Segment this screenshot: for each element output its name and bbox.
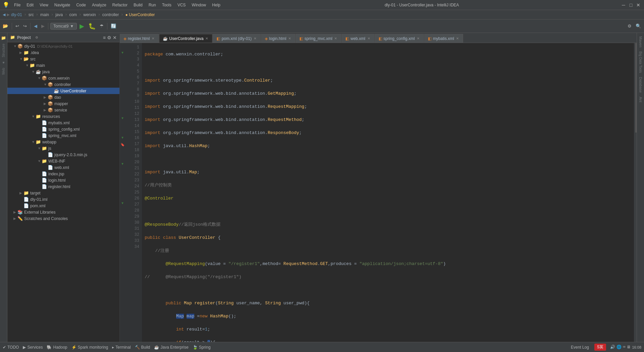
- menu-vcs[interactable]: VCS: [175, 2, 189, 8]
- tab-close-button[interactable]: ✕: [416, 37, 420, 40]
- tree-item-comwenxin[interactable]: ▼ 📦 com.wenxin: [7, 75, 119, 81]
- fold-marker-ref[interactable]: 🔖: [120, 143, 125, 149]
- tree-item-mapper[interactable]: ▶ 📦 mapper: [7, 100, 119, 107]
- tab-close-button[interactable]: ✕: [253, 37, 257, 40]
- services-status[interactable]: ▶ Services: [23, 345, 43, 350]
- menu-analyze[interactable]: Analyze: [89, 2, 109, 8]
- tab-pom[interactable]: ◧ pom.xml (dly-01) ✕: [213, 34, 260, 43]
- tree-item-registerhtml[interactable]: 📄 register.html: [7, 183, 119, 190]
- scrollbar-thumb[interactable]: [635, 43, 637, 133]
- tree-item-main[interactable]: ▼ 📁 main: [7, 62, 119, 69]
- tree-item-src[interactable]: ▼ 📂 src: [7, 56, 119, 62]
- debug-button[interactable]: 🐛: [87, 21, 97, 31]
- tab-spring-config[interactable]: ◧ spring_config.xml ✕: [375, 34, 424, 43]
- code-scrollbar[interactable]: [634, 43, 637, 342]
- tree-item-spring-config[interactable]: 📄 spring_config.xml: [7, 126, 119, 132]
- tree-item-resources[interactable]: ▼ 📁 resources: [7, 113, 119, 120]
- tab-close-button[interactable]: ✕: [367, 37, 371, 40]
- tomcat-dropdown[interactable]: Tomcat9 ▼: [50, 23, 77, 30]
- todo-status[interactable]: ✔ TODO: [3, 345, 19, 350]
- favorites-icon[interactable]: ★: [2, 59, 5, 66]
- menu-navigate[interactable]: Navigate: [52, 2, 73, 8]
- coverage-button[interactable]: ☂: [98, 22, 105, 30]
- collapse-all-button[interactable]: ≡: [103, 35, 106, 40]
- tree-item-webinf[interactable]: ▼ 📁 WEB-INF: [7, 158, 119, 164]
- tab-close-button[interactable]: ✕: [205, 37, 209, 40]
- menu-code[interactable]: Code: [73, 2, 89, 8]
- code-content[interactable]: package com.wenxin.controller; import or…: [142, 43, 634, 342]
- hadoop-status[interactable]: 🐘 Hadoop: [47, 345, 67, 350]
- search-everywhere-button[interactable]: 🔍: [634, 22, 643, 30]
- java-enterprise-status[interactable]: ☕ Java Enterprise: [154, 345, 188, 350]
- nav-forward-button[interactable]: ▶: [7, 12, 9, 17]
- maven-icon[interactable]: Maven: [639, 34, 643, 49]
- undo-button[interactable]: ↩: [14, 22, 20, 30]
- settings-button[interactable]: ⚙: [626, 22, 633, 30]
- event-log-status[interactable]: Event Log: [571, 345, 589, 350]
- tree-item-extlibs[interactable]: ▶ 📚 External Libraries: [7, 209, 119, 215]
- big-data-tools-icon[interactable]: Big Data Tools: [639, 49, 642, 75]
- database-icon[interactable]: Database: [639, 75, 643, 95]
- redo-button[interactable]: ↪: [22, 22, 28, 30]
- tree-item-iml[interactable]: 📄 dly-01.iml: [7, 196, 119, 203]
- project-icon[interactable]: 📁: [1, 34, 6, 42]
- tree-item-js[interactable]: ▼ 📁 js: [7, 145, 119, 151]
- tab-spring-mvc[interactable]: ◧ spring_mvc.xml ✕: [296, 34, 341, 43]
- tab-web[interactable]: ◧ web.xml ✕: [342, 34, 374, 43]
- ant-icon[interactable]: Ant: [639, 95, 643, 104]
- fold-marker[interactable]: ▼: [120, 202, 125, 208]
- menu-edit[interactable]: Edit: [24, 2, 36, 8]
- menu-tools[interactable]: Tools: [159, 2, 174, 8]
- fold-marker[interactable]: ▼: [120, 136, 125, 143]
- tree-item-dao[interactable]: ▶ 📦 dao: [7, 94, 119, 100]
- close-panel-button[interactable]: ✕: [113, 35, 117, 40]
- structure-icon[interactable]: Structure: [2, 42, 5, 59]
- settings-cog-button[interactable]: ⚙: [107, 35, 111, 40]
- tab-usercontroller[interactable]: ☕ UserController.java ✕: [159, 34, 212, 43]
- maximize-button[interactable]: □: [628, 2, 634, 8]
- tab-close-button[interactable]: ✕: [334, 37, 338, 40]
- forward-nav-button[interactable]: ▶: [40, 22, 46, 30]
- tree-item-controller[interactable]: ▼ 📦 controller: [7, 81, 119, 88]
- tab-close-button[interactable]: ✕: [288, 37, 292, 40]
- tree-item-scratches[interactable]: ▶ ✏️ Scratches and Consoles: [7, 215, 119, 222]
- tree-item-java[interactable]: ▼ ☕ java: [7, 69, 119, 75]
- tab-close-button[interactable]: ✕: [455, 37, 459, 40]
- tree-item-indexjsp[interactable]: 📄 index.jsp: [7, 171, 119, 177]
- tree-item-usercontroller[interactable]: ☕ UserController: [7, 88, 119, 94]
- tree-item-mybatisxml[interactable]: 📄 mybatis.xml: [7, 120, 119, 126]
- tree-item-loginhtml[interactable]: 📄 login.html: [7, 177, 119, 183]
- tab-register[interactable]: ◈ register.html ✕: [120, 34, 159, 43]
- spark-status[interactable]: ⚡ Spark monitoring: [71, 345, 108, 350]
- menu-run[interactable]: Run: [146, 2, 159, 8]
- minimize-button[interactable]: ─: [621, 2, 627, 8]
- tree-item-service[interactable]: ▶ 📦 service: [7, 107, 119, 113]
- tree-item-root[interactable]: ▼ 📦 dly-01 D:\IDEAproject\dly-01: [7, 43, 119, 49]
- update-button[interactable]: 🔄: [109, 22, 118, 30]
- back-nav-button[interactable]: ◀: [33, 22, 39, 30]
- tab-mybatis[interactable]: ◧ mybatis.xml ✕: [424, 34, 463, 43]
- nav-back-button[interactable]: ◀: [3, 12, 5, 17]
- tree-item-spring-mvc[interactable]: 📄 spring_mvc.xml: [7, 132, 119, 139]
- open-button[interactable]: 📂: [1, 22, 10, 30]
- tree-item-pomxml[interactable]: 📄 pom.xml: [7, 203, 119, 209]
- menu-build[interactable]: Build: [131, 2, 145, 8]
- tab-login[interactable]: ◈ login.html ✕: [261, 34, 295, 43]
- menu-help[interactable]: Help: [209, 2, 223, 8]
- menu-refactor[interactable]: Refactor: [110, 2, 130, 8]
- run-button[interactable]: ▶: [78, 21, 86, 31]
- close-button[interactable]: ✕: [635, 2, 641, 8]
- web-icon[interactable]: Web: [2, 67, 5, 76]
- tree-item-target[interactable]: ▶ 📁 target: [7, 190, 119, 196]
- tree-item-jquery[interactable]: 📄 jquery-2.0.3.min.js: [7, 151, 119, 158]
- terminal-status[interactable]: ▸ Terminal: [112, 345, 131, 350]
- spring-status[interactable]: 🍃 Spring: [193, 345, 211, 350]
- tree-item-webapp[interactable]: ▼ 📁 webapp: [7, 139, 119, 145]
- menu-file[interactable]: File: [11, 2, 23, 8]
- menu-window[interactable]: Window: [189, 2, 209, 8]
- build-status[interactable]: 🔨 Build: [135, 345, 150, 350]
- menu-view[interactable]: View: [37, 2, 51, 8]
- fold-marker[interactable]: ▼: [120, 51, 125, 58]
- project-gear-icon[interactable]: ⚙: [36, 35, 38, 40]
- tab-close-button[interactable]: ✕: [151, 37, 155, 40]
